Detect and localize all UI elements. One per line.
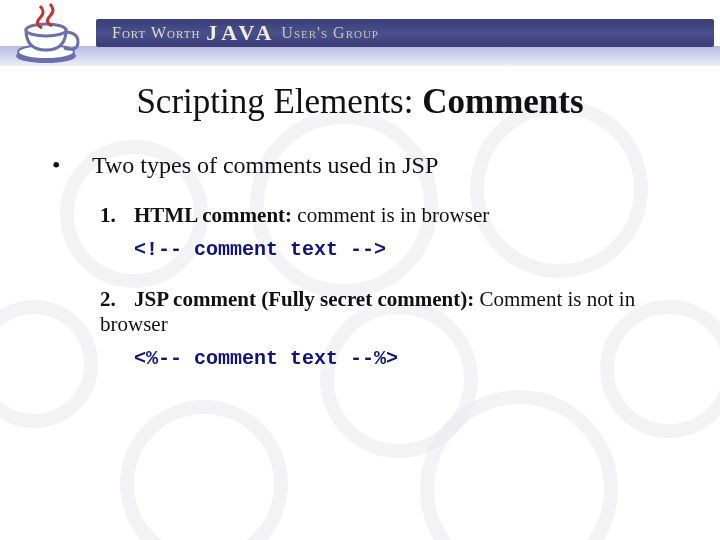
- slide-title: Scripting Elements: Comments: [30, 82, 690, 122]
- title-prefix: Scripting Elements:: [136, 82, 422, 121]
- java-cup-logo: [8, 0, 96, 64]
- header: Fort Worth JAVA User's Group: [0, 0, 720, 64]
- code-snippet: <!-- comment text -->: [134, 238, 690, 261]
- item-number: 2.: [100, 287, 134, 312]
- header-title: Fort Worth JAVA User's Group: [96, 19, 714, 47]
- slide-content: Scripting Elements: Comments • Two types…: [0, 64, 720, 370]
- svg-point-2: [26, 24, 66, 36]
- item-number: 1.: [100, 203, 134, 228]
- item-label: HTML comment:: [134, 203, 292, 227]
- brand-part2: JAVA: [206, 20, 275, 46]
- list-item: 2.JSP comment (Fully secret comment): Co…: [100, 287, 690, 370]
- list-item: 1.HTML comment: comment is in browser <!…: [100, 203, 690, 261]
- bullet-row: • Two types of comments used in JSP: [52, 152, 690, 179]
- item-label: JSP comment (Fully secret comment):: [134, 287, 474, 311]
- item-desc: comment is in browser: [292, 203, 489, 227]
- bullet-text: Two types of comments used in JSP: [92, 152, 438, 179]
- bullet-dot: •: [52, 152, 92, 179]
- code-snippet: <%-- comment text --%>: [134, 347, 690, 370]
- brand-part1: Fort Worth: [112, 24, 200, 42]
- brand-part3: User's Group: [281, 24, 379, 42]
- numbered-list: 1.HTML comment: comment is in browser <!…: [100, 203, 690, 370]
- title-emph: Comments: [422, 82, 583, 121]
